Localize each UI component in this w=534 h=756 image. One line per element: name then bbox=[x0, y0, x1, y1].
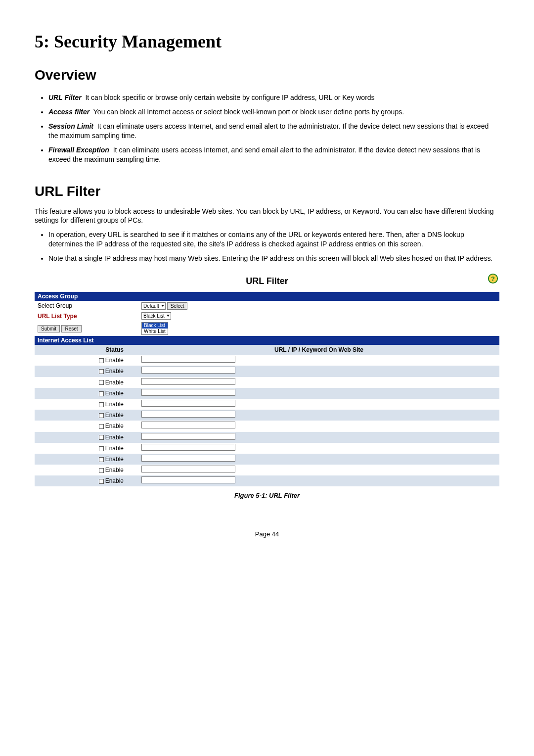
table-row: Enable bbox=[35, 443, 499, 454]
overview-list: URL Filter It can block specific or brow… bbox=[35, 93, 499, 164]
url-list-type-options[interactable]: Black List White List bbox=[141, 322, 168, 335]
status-cell: Enable bbox=[35, 355, 138, 366]
url-input[interactable] bbox=[141, 433, 235, 440]
list-option-black[interactable]: Black List bbox=[142, 323, 168, 329]
enable-checkbox[interactable] bbox=[99, 391, 104, 396]
enable-checkbox[interactable] bbox=[99, 468, 104, 473]
overview-item: URL Filter It can block specific or brow… bbox=[48, 93, 499, 102]
url-cell bbox=[138, 475, 499, 486]
select-button[interactable]: Select bbox=[167, 302, 188, 310]
enable-checkbox[interactable] bbox=[99, 457, 104, 462]
url-cell bbox=[138, 421, 499, 431]
table-row: Enable bbox=[35, 454, 499, 465]
enable-checkbox[interactable] bbox=[99, 358, 104, 363]
list-option-white[interactable]: White List bbox=[142, 329, 168, 334]
overview-item: Session Limit It can eliminate users acc… bbox=[48, 122, 499, 141]
url-input[interactable] bbox=[141, 455, 235, 462]
enable-checkbox[interactable] bbox=[99, 446, 104, 451]
overview-item: Access filter You can block all Internet… bbox=[48, 107, 499, 117]
col-status: Status bbox=[35, 345, 138, 355]
enable-label: Enable bbox=[105, 423, 124, 429]
url-list-type-dropdown[interactable]: Black List bbox=[141, 312, 171, 320]
enable-label: Enable bbox=[105, 445, 124, 452]
enable-label: Enable bbox=[105, 412, 124, 419]
table-row: Enable bbox=[35, 465, 499, 475]
select-group-dropdown[interactable]: Default bbox=[141, 302, 166, 310]
overview-item-desc: It can eliminate users access Internet, … bbox=[48, 146, 480, 163]
select-group-label: Select Group bbox=[38, 302, 141, 310]
url-input[interactable] bbox=[141, 422, 235, 428]
status-cell: Enable bbox=[35, 454, 138, 465]
url-cell bbox=[138, 465, 499, 475]
enable-checkbox[interactable] bbox=[99, 413, 104, 418]
enable-checkbox[interactable] bbox=[99, 402, 104, 407]
access-group-header: Access Group bbox=[35, 292, 499, 301]
overview-item-desc: You can block all Internet access or sel… bbox=[93, 108, 404, 116]
help-icon[interactable]: ? bbox=[488, 273, 498, 286]
status-cell: Enable bbox=[35, 465, 138, 475]
col-url: URL / IP / Keyword On Web Site bbox=[138, 345, 499, 355]
enable-label: Enable bbox=[105, 357, 124, 364]
enable-label: Enable bbox=[105, 401, 124, 408]
url-list-type-label: URL List Type bbox=[38, 312, 141, 320]
url-input[interactable] bbox=[141, 367, 235, 374]
table-row: Enable bbox=[35, 399, 499, 410]
enable-label: Enable bbox=[105, 467, 124, 473]
enable-checkbox[interactable] bbox=[99, 369, 104, 374]
reset-button[interactable]: Reset bbox=[61, 325, 81, 332]
url-cell bbox=[138, 399, 499, 410]
enable-label: Enable bbox=[105, 368, 124, 375]
url-input[interactable] bbox=[141, 389, 235, 396]
overview-item-desc: It can eliminate users access Internet, … bbox=[48, 122, 489, 140]
table-row: Enable bbox=[35, 421, 499, 431]
url-input[interactable] bbox=[141, 378, 235, 385]
url-cell bbox=[138, 410, 499, 421]
url-filter-bullets: In operation, every URL is searched to s… bbox=[35, 230, 499, 263]
url-input[interactable] bbox=[141, 466, 235, 472]
url-input[interactable] bbox=[141, 356, 235, 363]
table-row: Enable bbox=[35, 388, 499, 399]
enable-label: Enable bbox=[105, 456, 124, 463]
overview-item-name: Access filter bbox=[48, 108, 89, 116]
table-row: Enable bbox=[35, 355, 499, 366]
url-cell bbox=[138, 454, 499, 465]
status-cell: Enable bbox=[35, 432, 138, 443]
url-filter-bullet: In operation, every URL is searched to s… bbox=[48, 230, 499, 249]
status-cell: Enable bbox=[35, 475, 138, 486]
table-row: Enable bbox=[35, 475, 499, 486]
enable-checkbox[interactable] bbox=[99, 479, 104, 484]
svg-text:?: ? bbox=[491, 275, 495, 283]
status-cell: Enable bbox=[35, 399, 138, 410]
enable-label: Enable bbox=[105, 434, 124, 441]
overview-item-desc: It can block specific or browse only cer… bbox=[85, 94, 374, 101]
overview-heading: Overview bbox=[35, 66, 499, 85]
url-input[interactable] bbox=[141, 476, 235, 483]
status-cell: Enable bbox=[35, 443, 138, 454]
url-cell bbox=[138, 432, 499, 443]
table-row: Enable bbox=[35, 366, 499, 377]
internet-access-table: Status URL / IP / Keyword On Web Site En… bbox=[35, 345, 499, 486]
url-cell bbox=[138, 377, 499, 388]
url-cell bbox=[138, 355, 499, 366]
url-input[interactable] bbox=[141, 411, 235, 418]
figure-caption: Figure 5-1: URL Filter bbox=[35, 491, 499, 500]
overview-item-name: Session Limit bbox=[48, 122, 93, 130]
url-input[interactable] bbox=[141, 400, 235, 407]
enable-checkbox[interactable] bbox=[99, 380, 104, 385]
url-cell bbox=[138, 388, 499, 399]
internet-access-header: Internet Access List bbox=[35, 336, 499, 345]
enable-label: Enable bbox=[105, 379, 124, 386]
url-cell bbox=[138, 366, 499, 377]
url-input[interactable] bbox=[141, 444, 235, 451]
submit-button[interactable]: Submit bbox=[38, 325, 60, 332]
url-filter-intro: This feature allows you to block access … bbox=[35, 207, 499, 226]
url-cell bbox=[138, 443, 499, 454]
enable-checkbox[interactable] bbox=[99, 435, 104, 440]
status-cell: Enable bbox=[35, 410, 138, 421]
figure-title: URL Filter bbox=[246, 275, 288, 287]
enable-checkbox[interactable] bbox=[99, 424, 104, 429]
overview-item-name: URL Filter bbox=[48, 94, 82, 101]
overview-item-name: Firewall Exception bbox=[48, 146, 109, 154]
select-group-value: Default bbox=[143, 303, 159, 309]
overview-item: Firewall Exception It can eliminate user… bbox=[48, 145, 499, 164]
